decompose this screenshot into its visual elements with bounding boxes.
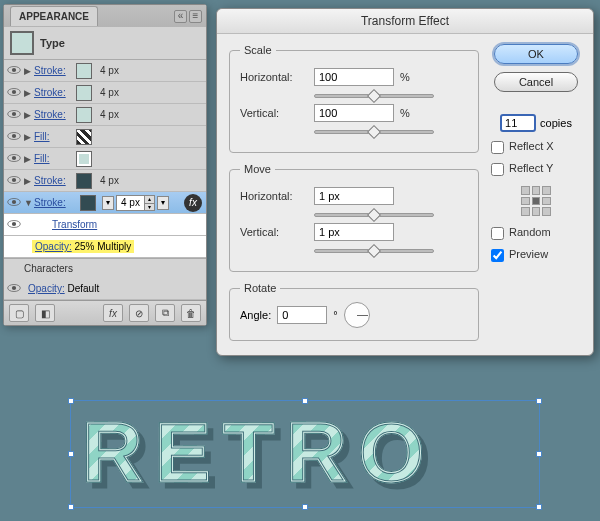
- expand-icon[interactable]: ▶: [24, 88, 34, 98]
- fill-row[interactable]: ▶ Fill:: [4, 148, 206, 170]
- expand-icon[interactable]: ▶: [24, 132, 34, 142]
- stroke-weight-stepper[interactable]: 4 px ▴▾: [116, 195, 155, 211]
- expand-icon[interactable]: ▶: [24, 66, 34, 76]
- svg-point-1: [12, 67, 16, 71]
- row-label[interactable]: Fill:: [34, 153, 72, 164]
- row-label[interactable]: Stroke:: [34, 87, 72, 98]
- row-value: 4 px: [100, 65, 119, 76]
- visibility-icon[interactable]: [4, 109, 24, 121]
- stroke-row[interactable]: ▶ Stroke: 4 px: [4, 82, 206, 104]
- preview-checkbox[interactable]: Preview: [491, 248, 581, 262]
- panel-collapse-icon[interactable]: «: [174, 10, 187, 23]
- visibility-icon[interactable]: [4, 175, 24, 187]
- visibility-icon[interactable]: [4, 131, 24, 143]
- handle-icon[interactable]: [536, 398, 542, 404]
- visibility-icon[interactable]: [4, 283, 24, 295]
- fx-button[interactable]: fx: [103, 304, 123, 322]
- handle-icon[interactable]: [536, 451, 542, 457]
- fx-badge-icon[interactable]: fx: [184, 194, 202, 212]
- move-horizontal-slider[interactable]: [314, 213, 434, 217]
- slider-thumb-icon[interactable]: [367, 89, 381, 103]
- scale-vertical-slider[interactable]: [314, 130, 434, 134]
- default-opacity-row: Opacity: Default: [4, 278, 206, 300]
- transform-subrow[interactable]: Transform: [4, 214, 206, 236]
- cancel-button[interactable]: Cancel: [494, 72, 578, 92]
- panel-menu-icon[interactable]: ≡: [189, 10, 202, 23]
- color-swatch[interactable]: [76, 151, 92, 167]
- reflect-x-checkbox[interactable]: Reflect X: [491, 140, 581, 154]
- checkbox-icon[interactable]: [491, 163, 504, 176]
- ok-button[interactable]: OK: [494, 44, 578, 64]
- opacity-label[interactable]: Opacity:: [28, 283, 65, 294]
- visibility-icon[interactable]: [4, 197, 24, 209]
- retro-artwork[interactable]: RETRO RETRO RETRO: [82, 404, 436, 501]
- dialog-title: Transform Effect: [217, 9, 593, 34]
- move-vertical-slider[interactable]: [314, 249, 434, 253]
- color-swatch[interactable]: [76, 85, 92, 101]
- angle-input[interactable]: [277, 306, 327, 324]
- stroke-row[interactable]: ▶ Stroke: 4 px: [4, 60, 206, 82]
- scale-vertical-input[interactable]: [314, 104, 394, 122]
- fill-row[interactable]: ▶ Fill:: [4, 126, 206, 148]
- stroke-row[interactable]: ▶ Stroke: 4 px: [4, 170, 206, 192]
- reference-point-grid[interactable]: [521, 186, 551, 216]
- slider-thumb-icon[interactable]: [367, 125, 381, 139]
- stroke-row-selected[interactable]: ▼ Stroke: ▾ 4 px ▴▾ ▾ fx: [4, 192, 206, 214]
- opacity-label[interactable]: Opacity:: [35, 241, 72, 252]
- visibility-icon[interactable]: [4, 153, 24, 165]
- no-fill-icon[interactable]: ▢: [9, 304, 29, 322]
- random-checkbox[interactable]: Random: [491, 226, 581, 240]
- reference-center-icon[interactable]: [532, 197, 541, 206]
- step-up-icon[interactable]: ▴: [144, 196, 154, 203]
- pattern-swatch[interactable]: [76, 129, 92, 145]
- row-label[interactable]: Fill:: [34, 131, 72, 142]
- appearance-tab[interactable]: APPEARANCE: [10, 6, 98, 26]
- clear-icon[interactable]: ⊘: [129, 304, 149, 322]
- row-label[interactable]: Stroke:: [34, 175, 72, 186]
- characters-row[interactable]: Characters: [4, 258, 206, 278]
- handle-icon[interactable]: [68, 504, 74, 510]
- stroke-row[interactable]: ▶ Stroke: 4 px: [4, 104, 206, 126]
- scale-horizontal-input[interactable]: [314, 68, 394, 86]
- checkbox-icon[interactable]: [491, 141, 504, 154]
- checkbox-icon[interactable]: [491, 249, 504, 262]
- slider-thumb-icon[interactable]: [367, 244, 381, 258]
- expand-icon[interactable]: ▶: [24, 176, 34, 186]
- transform-link[interactable]: Transform: [24, 219, 97, 230]
- slider-thumb-icon[interactable]: [367, 208, 381, 222]
- checkbox-icon[interactable]: [491, 227, 504, 240]
- swatch-dropdown-icon[interactable]: ▾: [102, 196, 114, 210]
- trash-icon[interactable]: 🗑: [181, 304, 201, 322]
- handle-icon[interactable]: [68, 398, 74, 404]
- angle-dial-icon[interactable]: [344, 302, 370, 328]
- move-vertical-input[interactable]: [314, 223, 394, 241]
- duplicate-icon[interactable]: ⧉: [155, 304, 175, 322]
- handle-icon[interactable]: [536, 504, 542, 510]
- color-swatch[interactable]: [76, 107, 92, 123]
- handle-icon[interactable]: [68, 451, 74, 457]
- stroke-icon[interactable]: ◧: [35, 304, 55, 322]
- row-label[interactable]: Stroke:: [34, 109, 72, 120]
- row-label[interactable]: Stroke:: [34, 65, 72, 76]
- visibility-icon[interactable]: [4, 65, 24, 77]
- visibility-icon[interactable]: [4, 219, 24, 231]
- color-swatch[interactable]: [76, 173, 92, 189]
- copies-input[interactable]: [500, 114, 536, 132]
- row-label[interactable]: Stroke:: [34, 197, 72, 208]
- weight-dropdown-icon[interactable]: ▾: [157, 196, 169, 210]
- visibility-icon[interactable]: [4, 87, 24, 99]
- type-swatch[interactable]: [10, 31, 34, 55]
- reflect-y-checkbox[interactable]: Reflect Y: [491, 162, 581, 176]
- degree-unit: °: [333, 309, 337, 321]
- copies-label: copies: [540, 117, 572, 129]
- color-swatch[interactable]: [76, 63, 92, 79]
- move-horizontal-input[interactable]: [314, 187, 394, 205]
- expand-icon[interactable]: ▶: [24, 110, 34, 120]
- expand-icon[interactable]: ▶: [24, 154, 34, 164]
- svg-point-15: [12, 221, 16, 225]
- step-down-icon[interactable]: ▾: [144, 203, 154, 210]
- scale-horizontal-slider[interactable]: [314, 94, 434, 98]
- color-swatch[interactable]: [80, 195, 96, 211]
- expand-icon[interactable]: ▼: [24, 198, 34, 208]
- scale-vertical-label: Vertical:: [240, 107, 308, 119]
